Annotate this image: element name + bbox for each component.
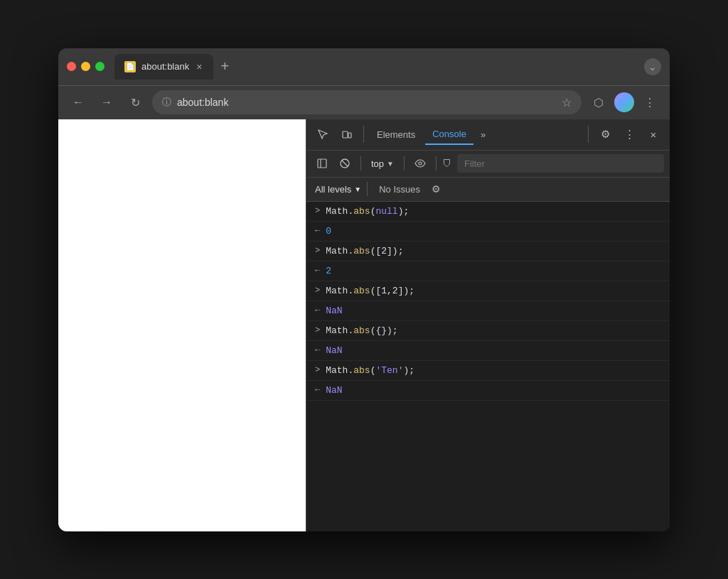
browser-window: 📄 about:blank × + ⌄ ← → ↻ ⓘ about:blank … <box>58 48 670 531</box>
code-part: Math. <box>326 286 353 296</box>
new-tab-button[interactable]: + <box>216 58 233 75</box>
line-arrow: > <box>315 325 320 335</box>
console-tab[interactable]: Console <box>425 124 473 145</box>
devtools-options-button[interactable]: ⋮ <box>619 124 640 145</box>
console-line: ←0 <box>306 222 670 242</box>
code-part: ([2]); <box>370 246 404 256</box>
code-part: ( <box>370 206 376 217</box>
console-line: >Math.abs(null); <box>306 202 670 222</box>
line-arrow: > <box>315 246 320 256</box>
filter-icon: ⛉ <box>442 158 451 169</box>
nav-bar: ← → ↻ ⓘ about:blank ☆ ⬡ ⋮ <box>58 85 670 119</box>
forward-button[interactable]: → <box>95 91 118 114</box>
line-arrow: ← <box>315 226 320 236</box>
content-area: Elements Console » ⚙ ⋮ × <box>58 119 670 531</box>
line-arrow: > <box>315 286 320 296</box>
filter-input[interactable] <box>457 154 664 173</box>
console-line: >Math.abs({}); <box>306 321 670 341</box>
console-line: >Math.abs([1,2]); <box>306 281 670 301</box>
code-part: abs <box>353 365 370 376</box>
line-arrow: > <box>315 206 320 216</box>
code-part: abs <box>353 325 370 336</box>
code-part: ([1,2]); <box>370 286 414 296</box>
code-part: NaN <box>326 345 342 356</box>
extensions-button[interactable]: ⬡ <box>587 91 610 114</box>
code-part: 'Ten' <box>375 365 403 376</box>
code-part: Math. <box>326 365 353 376</box>
code-part: Math. <box>326 206 353 217</box>
elements-tab[interactable]: Elements <box>370 124 422 145</box>
svg-line-5 <box>342 161 348 166</box>
line-arrow: ← <box>315 305 320 315</box>
profile-button[interactable] <box>614 92 634 112</box>
devtools-close-button[interactable]: × <box>643 124 664 145</box>
title-bar: 📄 about:blank × + ⌄ <box>58 48 670 85</box>
console-line: ←2 <box>306 261 670 281</box>
address-info-icon: ⓘ <box>162 96 171 109</box>
toolbar-separator-2 <box>588 126 589 143</box>
close-traffic-light[interactable] <box>67 62 76 71</box>
back-button[interactable]: ← <box>67 91 90 114</box>
code-part: Math. <box>326 325 353 336</box>
toolbar-separator <box>363 126 364 143</box>
levels-dropdown-icon: ▼ <box>354 185 361 193</box>
console-line: ←NaN <box>306 341 670 361</box>
code-part: null <box>375 206 397 217</box>
devtools-panel: Elements Console » ⚙ ⋮ × <box>306 119 670 531</box>
console-line: >Math.abs('Ten'); <box>306 361 670 381</box>
tab-favicon: 📄 <box>124 61 136 72</box>
address-text: about:blank <box>177 97 556 108</box>
tab-title: about:blank <box>141 61 189 72</box>
console-output[interactable]: >Math.abs(null);←0>Math.abs([2]);←2>Math… <box>306 202 670 531</box>
address-bar[interactable]: ⓘ about:blank ☆ <box>152 90 582 114</box>
nav-right-controls: ⬡ ⋮ <box>587 91 661 114</box>
levels-dropdown[interactable]: All levels ▼ <box>315 184 361 195</box>
svg-point-6 <box>419 162 422 165</box>
code-part: abs <box>353 286 370 296</box>
line-arrow: ← <box>315 385 320 395</box>
menu-button[interactable]: ⋮ <box>638 91 661 114</box>
console-line: ←NaN <box>306 381 670 401</box>
console-toolbar-sep2 <box>404 156 405 171</box>
code-part: abs <box>353 246 370 256</box>
page-content <box>58 119 306 531</box>
console-toolbar2: All levels ▼ No Issues ⚙ <box>306 178 670 202</box>
console-sidebar-button[interactable] <box>312 153 332 173</box>
code-part: Math. <box>326 246 353 256</box>
code-part: ); <box>398 206 410 217</box>
line-arrow: ← <box>315 345 320 355</box>
code-part: 2 <box>326 266 331 276</box>
context-selector[interactable]: top ▼ <box>367 157 398 171</box>
console-line: ←NaN <box>306 301 670 321</box>
code-part: ( <box>370 365 376 376</box>
console-clear-button[interactable] <box>335 153 355 173</box>
bookmark-button[interactable]: ☆ <box>562 96 572 109</box>
console-line: >Math.abs([2]); <box>306 242 670 261</box>
code-part: ); <box>403 365 414 376</box>
tab-area: 📄 about:blank × + <box>114 54 638 80</box>
code-part: ({}); <box>370 325 398 336</box>
code-part: NaN <box>326 385 342 396</box>
more-tabs-button[interactable]: » <box>476 126 490 143</box>
issues-text: No Issues <box>373 184 426 195</box>
tab-dropdown-button[interactable]: ⌄ <box>644 58 661 75</box>
tab-close-button[interactable]: × <box>195 60 203 74</box>
console-eye-button[interactable] <box>410 153 430 173</box>
devtools-toolbar: Elements Console » ⚙ ⋮ × <box>306 119 670 151</box>
reload-button[interactable]: ↻ <box>124 91 146 114</box>
console-settings-button[interactable]: ⚙ <box>432 183 441 195</box>
toolbar2-sep <box>367 182 368 196</box>
device-mode-button[interactable] <box>336 124 358 145</box>
svg-rect-1 <box>348 133 351 138</box>
inspect-element-button[interactable] <box>312 124 333 145</box>
maximize-traffic-light[interactable] <box>95 62 105 71</box>
traffic-lights <box>67 62 105 71</box>
line-arrow: ← <box>315 266 320 276</box>
minimize-traffic-light[interactable] <box>81 62 90 71</box>
devtools-settings-button[interactable]: ⚙ <box>594 124 616 145</box>
browser-tab[interactable]: 📄 about:blank × <box>114 54 213 80</box>
line-arrow: > <box>315 365 320 375</box>
svg-rect-2 <box>318 159 326 168</box>
context-dropdown-icon: ▼ <box>387 160 394 168</box>
console-toolbar: top ▼ ⛉ <box>306 151 670 178</box>
